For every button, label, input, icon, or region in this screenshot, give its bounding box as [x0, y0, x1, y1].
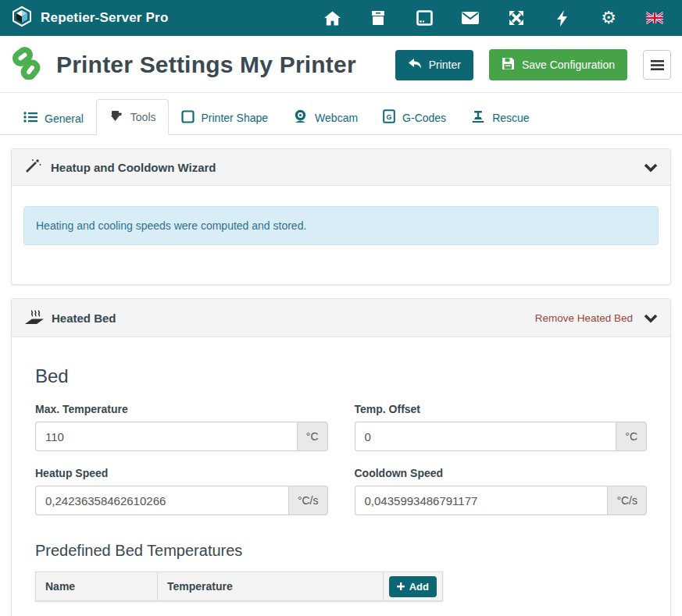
temp-offset-input[interactable]: [355, 422, 616, 451]
add-temperature-button[interactable]: Add: [389, 576, 437, 597]
remove-heated-bed-link[interactable]: Remove Heated Bed: [535, 312, 633, 324]
webcam-icon: [293, 109, 308, 126]
field-temp-offset: Temp. Offset °C: [355, 403, 648, 451]
field-max-temperature: Max. Temperature °C: [35, 403, 328, 451]
wizard-status-alert: Heating and cooling speeds were computed…: [23, 206, 659, 245]
field-label: Heatup Speed: [35, 467, 328, 479]
save-button-label: Save Configuration: [522, 59, 615, 71]
field-label: Max. Temperature: [35, 403, 328, 415]
cooldown-speed-input[interactable]: [355, 486, 608, 515]
tab-label: Printer Shape: [202, 112, 269, 124]
unit-addon: °C: [616, 422, 647, 451]
bed-form: Max. Temperature °C Temp. Offset °C Heat…: [35, 403, 647, 515]
screen-icon[interactable]: [416, 9, 433, 27]
tab-label: Tools: [130, 111, 156, 123]
field-heatup-speed: Heatup Speed °C/s: [35, 467, 328, 515]
unit-addon: °C: [297, 422, 328, 451]
page-header: Printer Settings My Printer Printer Save…: [0, 36, 682, 93]
heated-bed-panel: Heated Bed Remove Heated Bed Bed Max. Te…: [11, 298, 671, 616]
tab-webcam[interactable]: Webcam: [280, 99, 370, 135]
add-button-label: Add: [409, 581, 429, 593]
column-header-temperature: Temperature: [158, 572, 384, 600]
save-floppy-icon: [502, 57, 515, 73]
home-icon[interactable]: [323, 9, 341, 27]
mail-icon[interactable]: [462, 9, 479, 27]
tab-rescue[interactable]: Rescue: [459, 99, 541, 135]
heatup-speed-input[interactable]: [35, 486, 288, 515]
printer-button-label: Printer: [429, 59, 461, 71]
max-temperature-input[interactable]: [35, 422, 297, 451]
heatup-cooldown-wizard-panel: Heatup and Cooldown Wizard Heating and c…: [11, 148, 671, 285]
list-icon: [23, 111, 37, 126]
reply-arrow-icon: [408, 58, 422, 73]
tab-label: Webcam: [315, 112, 358, 124]
heated-bed-panel-title: Heated Bed: [52, 312, 116, 325]
tab-general[interactable]: General: [11, 101, 96, 135]
wizard-panel-body: Heating and cooling speeds were computed…: [12, 186, 670, 284]
extruder-icon: [109, 109, 123, 125]
hamburger-menu-button[interactable]: [643, 50, 671, 80]
add-cell: Add: [384, 572, 442, 600]
top-navbar: Repetier-Server Pro: [0, 0, 682, 36]
chain-link-icon: [11, 47, 42, 83]
chevron-down-icon[interactable]: [644, 313, 658, 323]
repetier-logo-icon: [11, 5, 33, 30]
tab-label: General: [45, 112, 84, 125]
field-cooldown-speed: Cooldown Speed °C/s: [355, 467, 648, 515]
save-configuration-button[interactable]: Save Configuration: [489, 49, 627, 80]
wizard-panel-header[interactable]: Heatup and Cooldown Wizard: [12, 149, 670, 186]
gcode-file-icon: G: [383, 109, 395, 126]
tab-tools[interactable]: Tools: [96, 99, 169, 135]
heated-bed-panel-body: Bed Max. Temperature °C Temp. Offset °C …: [12, 337, 670, 616]
rescue-icon: [471, 109, 485, 126]
heated-bed-icon: [24, 308, 45, 328]
predefined-temps-table: Name Temperature Add: [35, 571, 443, 601]
heated-bed-panel-header[interactable]: Heated Bed Remove Heated Bed: [12, 299, 670, 337]
header-buttons: Printer Save Configuration: [395, 49, 671, 80]
column-header-name: Name: [36, 572, 158, 600]
tab-printer-shape[interactable]: Printer Shape: [169, 100, 281, 135]
unit-addon: °C/s: [288, 486, 328, 515]
unit-addon: °C/s: [607, 486, 647, 515]
wizard-panel-title: Heatup and Cooldown Wizard: [51, 161, 216, 174]
svg-text:G: G: [387, 113, 392, 121]
expand-arrows-icon[interactable]: [508, 9, 525, 27]
uk-flag-icon[interactable]: [646, 9, 663, 27]
chevron-down-icon[interactable]: [644, 162, 658, 173]
brand-home-link[interactable]: Repetier-Server Pro: [11, 5, 168, 30]
field-label: Cooldown Speed: [355, 467, 648, 479]
tab-label: Rescue: [492, 112, 529, 124]
tab-label: G-Codes: [402, 112, 446, 124]
plus-icon: [397, 581, 405, 593]
field-label: Temp. Offset: [355, 403, 648, 415]
shape-icon: [181, 110, 195, 126]
printer-back-button[interactable]: Printer: [395, 50, 473, 80]
bed-section-title: Bed: [35, 365, 647, 387]
gear-icon[interactable]: ⚙: [600, 9, 617, 27]
bolt-icon[interactable]: [554, 9, 571, 27]
printbox-icon[interactable]: [370, 9, 387, 27]
brand-title: Repetier-Server Pro: [41, 10, 168, 26]
tab-gcodes[interactable]: G G-Codes: [370, 99, 459, 135]
page-title: Printer Settings My Printer: [56, 52, 356, 78]
settings-tabs: General Tools Printer Shape: [0, 93, 682, 135]
magic-wand-icon: [24, 158, 41, 176]
navbar-icon-group: ⚙: [323, 9, 671, 27]
predefined-temps-title: Predefined Bed Temperatures: [35, 542, 647, 560]
